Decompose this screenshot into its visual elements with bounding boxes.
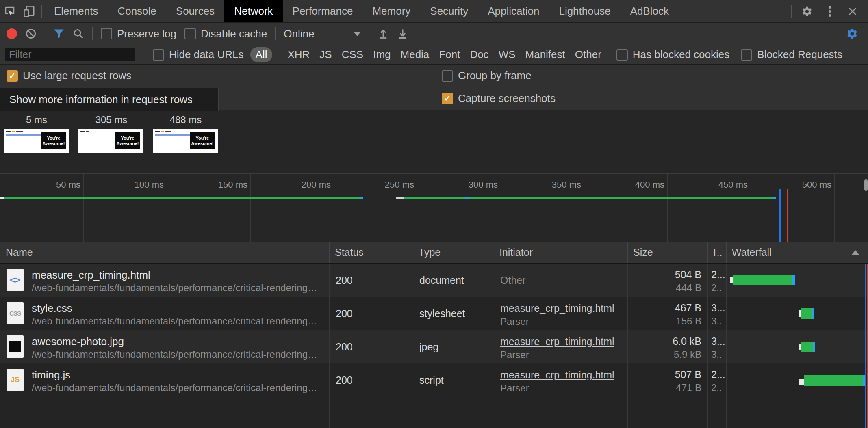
waterfall-download-bar[interactable] bbox=[804, 375, 863, 386]
tab-elements[interactable]: Elements bbox=[44, 0, 108, 22]
search-icon[interactable] bbox=[73, 28, 84, 39]
filter-type-js[interactable]: JS bbox=[318, 48, 333, 61]
filter-type-ws[interactable]: WS bbox=[497, 48, 517, 61]
overview-gridline bbox=[250, 174, 251, 242]
request-latency: 3.. bbox=[711, 349, 725, 360]
column-header-size[interactable]: Size bbox=[627, 242, 707, 263]
load-event-marker bbox=[787, 189, 788, 242]
hide-data-urls-checkbox[interactable] bbox=[153, 49, 164, 61]
filmstrip-frame[interactable]: You're Awesome! bbox=[153, 129, 218, 153]
waterfall-gridline bbox=[848, 264, 848, 428]
device-toolbar-icon[interactable] bbox=[20, 0, 39, 22]
request-time: 3... bbox=[711, 302, 725, 314]
filter-type-css[interactable]: CSS bbox=[340, 48, 365, 61]
waterfall-download-bar[interactable] bbox=[801, 308, 812, 319]
filmstrip-frame[interactable]: You're Awesome! bbox=[78, 129, 143, 153]
filter-type-font[interactable]: Font bbox=[437, 48, 462, 61]
waterfall-download-bar[interactable] bbox=[801, 342, 813, 352]
has-blocked-cookies-checkbox[interactable] bbox=[616, 49, 628, 61]
tab-sources[interactable]: Sources bbox=[166, 0, 224, 22]
filter-type-doc[interactable]: Doc bbox=[468, 48, 490, 61]
table-row[interactable]: awesome-photo.jpg /web-fundamentals/fund… bbox=[0, 330, 868, 363]
tab-console[interactable]: Console bbox=[108, 0, 166, 22]
request-initiator-link[interactable]: measure_crp_timing.html bbox=[500, 303, 614, 314]
column-header-time[interactable]: T.. bbox=[707, 242, 726, 263]
group-by-frame-toggle[interactable]: Group by frame bbox=[442, 65, 532, 87]
filter-type-all[interactable]: All bbox=[250, 47, 273, 62]
domcontentloaded-marker bbox=[865, 264, 866, 428]
waterfall-queueing-bar[interactable] bbox=[799, 344, 801, 350]
overview-gridline bbox=[834, 174, 835, 242]
export-har-icon[interactable] bbox=[397, 28, 408, 39]
overview-gridline bbox=[417, 174, 417, 242]
filter-type-media[interactable]: Media bbox=[399, 48, 431, 61]
sort-asc-icon[interactable] bbox=[851, 250, 860, 255]
request-size-content: 444 B bbox=[627, 282, 701, 294]
column-header-status[interactable]: Status bbox=[329, 242, 413, 263]
hide-data-urls-label: Hide data URLs bbox=[169, 48, 244, 61]
preserve-log-checkbox[interactable] bbox=[101, 28, 112, 39]
throttling-select[interactable]: Online bbox=[284, 28, 361, 40]
inspect-element-icon[interactable] bbox=[0, 0, 20, 22]
overview-tick-label: 400 ms bbox=[635, 179, 667, 190]
waterfall-queueing-bar[interactable] bbox=[799, 310, 801, 317]
filter-input[interactable] bbox=[5, 48, 135, 61]
disable-cache-checkbox[interactable] bbox=[184, 28, 196, 39]
tab-memory[interactable]: Memory bbox=[362, 0, 420, 22]
request-path: /web-fundamentals/fundamentals/performan… bbox=[32, 316, 317, 327]
use-large-request-rows-toggle[interactable]: ✓ Use large request rows bbox=[7, 65, 131, 87]
filter-funnel-icon[interactable] bbox=[53, 28, 65, 39]
table-row[interactable]: JS timing.js /web-fundamentals/fundament… bbox=[0, 363, 868, 397]
blocked-requests-toggle[interactable]: Blocked Requests bbox=[741, 48, 842, 61]
capture-screenshots-toggle[interactable]: ✓ Capture screenshots bbox=[442, 87, 556, 110]
tabbar-right-divider bbox=[791, 5, 792, 18]
clear-icon[interactable] bbox=[25, 28, 37, 39]
overview-gridline bbox=[501, 174, 501, 242]
kebab-menu-icon[interactable] bbox=[820, 5, 840, 17]
use-large-request-rows-checkbox[interactable]: ✓ bbox=[7, 70, 18, 82]
table-row[interactable]: CSS style.css /web-fundamentals/fundamen… bbox=[0, 297, 868, 330]
record-network-log-icon[interactable] bbox=[7, 28, 17, 39]
close-icon[interactable] bbox=[843, 6, 862, 16]
request-table-header: Name Status Type Initiator Size T.. Wate… bbox=[0, 242, 868, 264]
group-by-frame-checkbox[interactable] bbox=[442, 70, 453, 82]
network-overview[interactable]: 50 ms 100 ms 150 ms 200 ms 250 ms 300 ms… bbox=[0, 173, 868, 242]
filter-type-img[interactable]: Img bbox=[371, 48, 392, 61]
hide-data-urls-toggle[interactable]: Hide data URLs bbox=[153, 48, 244, 61]
frame-header-decoration bbox=[6, 131, 23, 132]
filter-type-other[interactable]: Other bbox=[573, 48, 603, 61]
column-header-waterfall[interactable]: Waterfall bbox=[726, 242, 848, 263]
tab-adblock[interactable]: AdBlock bbox=[621, 0, 679, 22]
waterfall-queueing-bar[interactable] bbox=[799, 379, 804, 385]
tooltip-text: Show more information in request rows bbox=[9, 93, 193, 106]
overview-tick-label: 50 ms bbox=[56, 179, 83, 190]
tab-security[interactable]: Security bbox=[420, 0, 478, 22]
filter-type-xhr[interactable]: XHR bbox=[286, 48, 311, 61]
tab-network[interactable]: Network bbox=[224, 0, 282, 22]
request-name: style.css bbox=[32, 302, 72, 315]
column-header-name[interactable]: Name bbox=[0, 242, 329, 263]
column-header-initiator[interactable]: Initiator bbox=[494, 242, 627, 263]
overview-band-marker bbox=[465, 197, 469, 199]
filter-type-manifest[interactable]: Manifest bbox=[524, 48, 567, 61]
preserve-log-toggle[interactable]: Preserve log bbox=[101, 28, 176, 40]
request-initiator-link[interactable]: measure_crp_timing.html bbox=[500, 336, 614, 348]
tab-application[interactable]: Application bbox=[478, 0, 549, 22]
preserve-log-label: Preserve log bbox=[117, 28, 176, 40]
network-settings-gear-icon[interactable] bbox=[846, 28, 861, 40]
settings-gear-icon[interactable] bbox=[797, 6, 817, 17]
overview-scrollbar-thumb[interactable] bbox=[864, 179, 868, 191]
waterfall-download-bar[interactable] bbox=[733, 275, 792, 285]
request-initiator-link[interactable]: measure_crp_timing.html bbox=[500, 369, 614, 381]
tab-lighthouse[interactable]: Lighthouse bbox=[549, 0, 620, 22]
request-initiator-sub: Parser bbox=[500, 316, 529, 327]
blocked-requests-checkbox[interactable] bbox=[741, 49, 752, 61]
tab-performance[interactable]: Performance bbox=[283, 0, 363, 22]
disable-cache-toggle[interactable]: Disable cache bbox=[184, 28, 267, 40]
import-har-icon[interactable] bbox=[378, 28, 389, 39]
filmstrip-frame[interactable]: You're Awesome! bbox=[4, 129, 69, 153]
capture-screenshots-checkbox[interactable]: ✓ bbox=[442, 93, 453, 104]
column-header-type[interactable]: Type bbox=[413, 242, 494, 263]
waterfall-end-bar bbox=[813, 342, 815, 352]
has-blocked-cookies-toggle[interactable]: Has blocked cookies bbox=[616, 48, 729, 61]
